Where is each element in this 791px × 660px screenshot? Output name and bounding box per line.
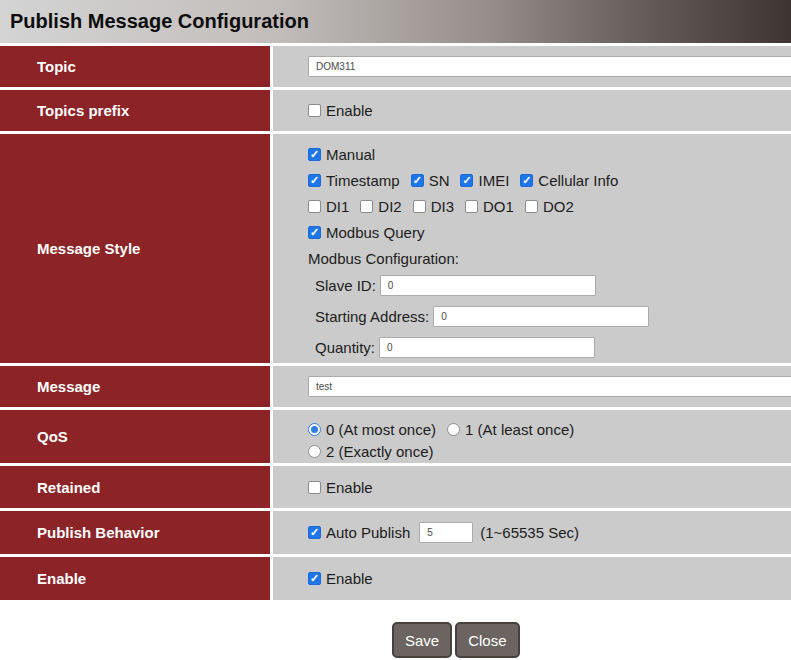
do2-label: DO2: [543, 198, 574, 215]
retained-enable-label: Enable: [326, 479, 373, 496]
auto-publish-label: Auto Publish: [326, 524, 410, 541]
qos-0-radio[interactable]: [308, 423, 321, 436]
starting-address-line: Starting Address:: [308, 301, 791, 332]
quantity-label: Quantity:: [315, 339, 375, 356]
qos-row: QoS 0 (At most once) 1 (At least once) 2…: [0, 410, 791, 463]
publish-behavior-label: Publish Behavior: [0, 511, 270, 554]
starting-address-input[interactable]: [433, 306, 649, 327]
do1-checkbox[interactable]: [465, 200, 478, 213]
qos-2-radio[interactable]: [308, 445, 321, 458]
title-bar: Publish Message Configuration: [0, 0, 791, 43]
message-style-row: Message Style Manual Timestamp SN: [0, 134, 791, 363]
timestamp-label: Timestamp: [326, 172, 400, 189]
message-input[interactable]: [308, 376, 791, 397]
enable-row: Enable Enable: [0, 557, 791, 600]
message-style-label: Message Style: [0, 134, 270, 363]
message-style-line-meta: Timestamp SN IMEI Cellular Info: [308, 168, 791, 194]
modbus-query-checkbox[interactable]: [308, 226, 321, 239]
qos-line-1: 0 (At most once) 1 (At least once): [308, 418, 791, 441]
cellular-info-checkbox[interactable]: [520, 174, 533, 187]
topics-prefix-enable-checkbox[interactable]: [308, 104, 321, 117]
retained-content: Enable: [273, 466, 791, 508]
enable-checkbox[interactable]: [308, 572, 321, 585]
topics-prefix-content: Enable: [273, 90, 791, 131]
message-row: Message: [0, 366, 791, 407]
page-title: Publish Message Configuration: [10, 10, 309, 33]
retained-enable-checkbox[interactable]: [308, 481, 321, 494]
sn-checkbox[interactable]: [411, 174, 424, 187]
publish-behavior-row: Publish Behavior Auto Publish (1~65535 S…: [0, 511, 791, 554]
topic-input[interactable]: [308, 56, 791, 77]
message-label: Message: [0, 366, 270, 407]
save-button[interactable]: Save: [392, 622, 452, 658]
qos-1-label: 1 (At least once): [465, 421, 574, 438]
qos-content: 0 (At most once) 1 (At least once) 2 (Ex…: [273, 410, 791, 463]
auto-publish-range-hint: (1~65535 Sec): [480, 524, 579, 541]
qos-line-2: 2 (Exactly once): [308, 441, 791, 464]
imei-checkbox[interactable]: [460, 174, 473, 187]
cellular-info-label: Cellular Info: [538, 172, 618, 189]
slave-id-input[interactable]: [380, 275, 596, 296]
auto-publish-checkbox[interactable]: [308, 526, 321, 539]
enable-label: Enable: [0, 557, 270, 600]
topic-row: Topic: [0, 46, 791, 87]
di2-checkbox[interactable]: [360, 200, 373, 213]
message-style-line-io: DI1 DI2 DI3 DO1 DO2: [308, 194, 791, 220]
action-buttons: Save Close: [392, 622, 520, 658]
di1-checkbox[interactable]: [308, 200, 321, 213]
publish-message-configuration-page: Publish Message Configuration Topic Topi…: [0, 0, 791, 660]
publish-behavior-content: Auto Publish (1~65535 Sec): [273, 511, 791, 554]
message-content: [273, 366, 791, 407]
quantity-line: Quantity:: [308, 332, 791, 363]
enable-content: Enable: [273, 557, 791, 600]
qos-label: QoS: [0, 410, 270, 463]
topics-prefix-enable-label: Enable: [326, 102, 373, 119]
starting-address-label: Starting Address:: [315, 308, 429, 325]
di3-checkbox[interactable]: [413, 200, 426, 213]
enable-option-label: Enable: [326, 570, 373, 587]
retained-row: Retained Enable: [0, 466, 791, 508]
manual-checkbox[interactable]: [308, 148, 321, 161]
message-style-content: Manual Timestamp SN IMEI Cell: [273, 134, 791, 363]
do1-label: DO1: [483, 198, 514, 215]
topic-label: Topic: [0, 46, 270, 87]
do2-checkbox[interactable]: [525, 200, 538, 213]
imei-label: IMEI: [478, 172, 509, 189]
retained-label: Retained: [0, 466, 270, 508]
qos-1-radio[interactable]: [447, 423, 460, 436]
slave-id-line: Slave ID:: [308, 270, 791, 301]
topic-content: [273, 46, 791, 87]
di1-label: DI1: [326, 198, 349, 215]
slave-id-label: Slave ID:: [315, 277, 376, 294]
di3-label: DI3: [431, 198, 454, 215]
topics-prefix-row: Topics prefix Enable: [0, 90, 791, 131]
manual-label: Manual: [326, 146, 375, 163]
message-style-line-modbus-query: Modbus Query: [308, 220, 791, 246]
quantity-input[interactable]: [379, 337, 595, 358]
topics-prefix-label: Topics prefix: [0, 90, 270, 131]
modbus-configuration-title: Modbus Configuration:: [308, 246, 791, 271]
message-style-line-manual: Manual: [308, 142, 791, 168]
auto-publish-interval-input[interactable]: [419, 522, 473, 543]
qos-0-label: 0 (At most once): [326, 421, 436, 438]
di2-label: DI2: [378, 198, 401, 215]
sn-label: SN: [429, 172, 450, 189]
close-button[interactable]: Close: [455, 622, 519, 658]
qos-2-label: 2 (Exactly once): [326, 443, 434, 460]
modbus-query-label: Modbus Query: [326, 224, 424, 241]
timestamp-checkbox[interactable]: [308, 174, 321, 187]
